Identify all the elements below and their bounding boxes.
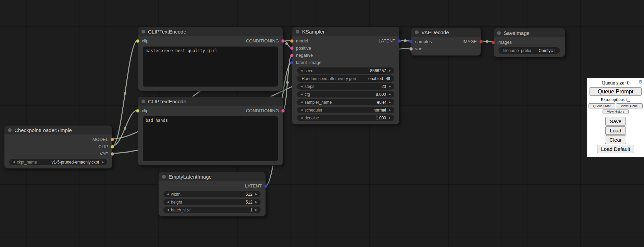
decrement-arrow-icon[interactable] bbox=[299, 91, 304, 98]
queue-front-button[interactable]: Queue Front bbox=[589, 103, 615, 108]
collapse-dot[interactable] bbox=[497, 31, 501, 35]
widget-random-seed-toggle[interactable]: Random seed after every gen enabled bbox=[297, 75, 394, 82]
decrement-arrow-icon[interactable] bbox=[299, 83, 304, 90]
output-port-clip[interactable] bbox=[111, 145, 114, 148]
input-port-positive[interactable] bbox=[290, 47, 294, 50]
widget-ckpt-name[interactable]: ckpt_name v1-5-pruned-emaonly.ckpt bbox=[9, 159, 107, 165]
save-button[interactable]: Save bbox=[605, 117, 626, 126]
decrement-arrow-icon[interactable] bbox=[299, 115, 304, 121]
increment-arrow-icon[interactable] bbox=[254, 207, 259, 213]
increment-arrow-icon[interactable] bbox=[387, 107, 392, 113]
node-ksampler[interactable]: KSampler model positive negative latent_… bbox=[292, 27, 399, 125]
input-label-vae: vae bbox=[415, 46, 422, 51]
collapse-dot[interactable] bbox=[141, 30, 145, 34]
widget-label: width bbox=[171, 192, 181, 197]
node-title-bar[interactable]: EmptyLatentImage bbox=[159, 172, 265, 181]
node-title: KSampler bbox=[302, 29, 325, 35]
node-title-bar[interactable]: VAEDecode bbox=[411, 28, 481, 37]
extra-options-label: Extra options bbox=[601, 97, 625, 102]
load-button[interactable]: Load bbox=[605, 126, 626, 135]
input-port-clip[interactable] bbox=[136, 109, 139, 113]
widget-seed[interactable]: seed 8566257 bbox=[297, 67, 394, 74]
node-save-image[interactable]: SaveImage images filename_prefix ComfyUI bbox=[493, 28, 565, 57]
queue-prompt-button[interactable]: Queue Prompt bbox=[590, 87, 642, 96]
collapse-dot[interactable] bbox=[415, 30, 419, 34]
collapse-dot[interactable] bbox=[141, 100, 145, 103]
output-label-conditioning: CONDITIONING bbox=[246, 38, 279, 43]
node-checkpoint-loader[interactable]: CheckpointLoaderSimple MODEL CLIP VAE ck… bbox=[4, 125, 112, 169]
widget-steps[interactable]: steps 20 bbox=[297, 83, 394, 90]
output-port-latent[interactable] bbox=[398, 39, 401, 43]
input-port-model[interactable] bbox=[290, 39, 294, 43]
increment-arrow-icon[interactable] bbox=[387, 83, 392, 90]
extra-options-checkbox[interactable] bbox=[627, 98, 630, 102]
widget-denoise[interactable]: denoise 1.000 bbox=[297, 115, 394, 121]
node-empty-latent-image[interactable]: EmptyLatentImage LATENT width 512 height… bbox=[158, 172, 266, 217]
decrement-arrow-icon[interactable] bbox=[299, 67, 304, 74]
widget-sampler-name[interactable]: sampler_name euler bbox=[297, 99, 394, 105]
wire-midpoint-dot bbox=[124, 92, 126, 95]
widget-label: seed bbox=[305, 68, 313, 73]
widget-width[interactable]: width 512 bbox=[163, 191, 261, 197]
input-label-samples: samples bbox=[415, 39, 432, 44]
widget-label: cfg bbox=[305, 92, 310, 97]
output-port-vae[interactable] bbox=[111, 152, 114, 156]
widget-value: 8.000 bbox=[376, 92, 386, 97]
widget-cfg[interactable]: cfg 8.000 bbox=[297, 91, 394, 98]
node-title-bar[interactable]: CLIPTextEncode bbox=[138, 97, 283, 106]
output-port-conditioning[interactable] bbox=[281, 39, 285, 43]
output-port-latent[interactable] bbox=[264, 184, 268, 188]
increment-arrow-icon[interactable] bbox=[387, 99, 392, 105]
node-title-bar[interactable]: CLIPTextEncode bbox=[138, 27, 283, 36]
prompt-textarea[interactable]: bad hands bbox=[143, 116, 278, 161]
toggle-on-indicator[interactable] bbox=[386, 77, 390, 80]
increment-arrow-icon[interactable] bbox=[254, 191, 259, 197]
widget-filename-prefix[interactable]: filename_prefix ComfyUI bbox=[498, 47, 560, 54]
input-port-clip[interactable] bbox=[136, 39, 139, 43]
wire-midpoint-dot bbox=[286, 81, 289, 84]
node-title-bar[interactable]: SaveImage bbox=[494, 28, 565, 37]
decrement-arrow-icon[interactable] bbox=[299, 107, 304, 113]
input-port-negative[interactable] bbox=[290, 54, 294, 57]
node-vae-decode[interactable]: VAEDecode samples vae IMAGE bbox=[411, 27, 481, 56]
collapse-dot[interactable] bbox=[162, 175, 166, 179]
node-clip-text-encode-negative[interactable]: CLIPTextEncode clip CONDITIONING bad han… bbox=[138, 96, 283, 166]
widget-value: v1-5-pruned-emaonly.ckpt bbox=[51, 160, 99, 165]
decrement-arrow-icon[interactable] bbox=[165, 199, 170, 205]
output-port-image[interactable] bbox=[479, 40, 483, 43]
node-clip-text-encode-positive[interactable]: CLIPTextEncode clip CONDITIONING masterp… bbox=[138, 27, 283, 91]
increment-arrow-icon[interactable] bbox=[387, 67, 392, 74]
input-port-latent-image[interactable] bbox=[290, 61, 294, 64]
prompt-textarea[interactable]: masterpiece best quality girl bbox=[143, 47, 278, 87]
view-history-button[interactable]: View History bbox=[603, 109, 629, 114]
increment-arrow-icon[interactable] bbox=[387, 115, 392, 121]
increment-arrow-icon[interactable] bbox=[387, 91, 392, 98]
input-port-vae[interactable] bbox=[409, 47, 413, 51]
widget-label: steps bbox=[305, 84, 314, 89]
widget-height[interactable]: height 512 bbox=[163, 199, 261, 205]
input-port-samples[interactable] bbox=[409, 40, 413, 43]
load-default-button[interactable]: Load Default bbox=[597, 145, 634, 153]
node-title-bar[interactable]: CheckpointLoaderSimple bbox=[4, 126, 112, 134]
node-title: EmptyLatentImage bbox=[169, 174, 212, 180]
increment-arrow-icon[interactable] bbox=[100, 159, 105, 165]
output-port-conditioning[interactable] bbox=[281, 109, 285, 113]
decrement-arrow-icon[interactable] bbox=[165, 191, 170, 197]
widget-value: euler bbox=[377, 100, 386, 105]
view-queue-button[interactable]: View Queue bbox=[616, 103, 643, 108]
widget-scheduler[interactable]: scheduler normal bbox=[297, 107, 394, 113]
input-port-images[interactable] bbox=[492, 41, 495, 44]
increment-arrow-icon[interactable] bbox=[254, 199, 259, 205]
collapse-dot[interactable] bbox=[296, 30, 299, 34]
settings-gear-icon[interactable]: ⚙ bbox=[638, 79, 643, 85]
node-title-bar[interactable]: KSampler bbox=[292, 27, 399, 36]
collapse-dot[interactable] bbox=[8, 128, 12, 132]
graph-canvas[interactable]: CheckpointLoaderSimple MODEL CLIP VAE ck… bbox=[0, 0, 644, 247]
decrement-arrow-icon[interactable] bbox=[11, 159, 16, 165]
widget-label: filename_prefix bbox=[503, 48, 531, 53]
widget-batch-size[interactable]: batch_size 1 bbox=[163, 207, 261, 213]
decrement-arrow-icon[interactable] bbox=[299, 99, 304, 105]
clear-button[interactable]: Clear bbox=[605, 135, 626, 144]
decrement-arrow-icon[interactable] bbox=[165, 207, 170, 213]
output-port-model[interactable] bbox=[111, 138, 114, 141]
